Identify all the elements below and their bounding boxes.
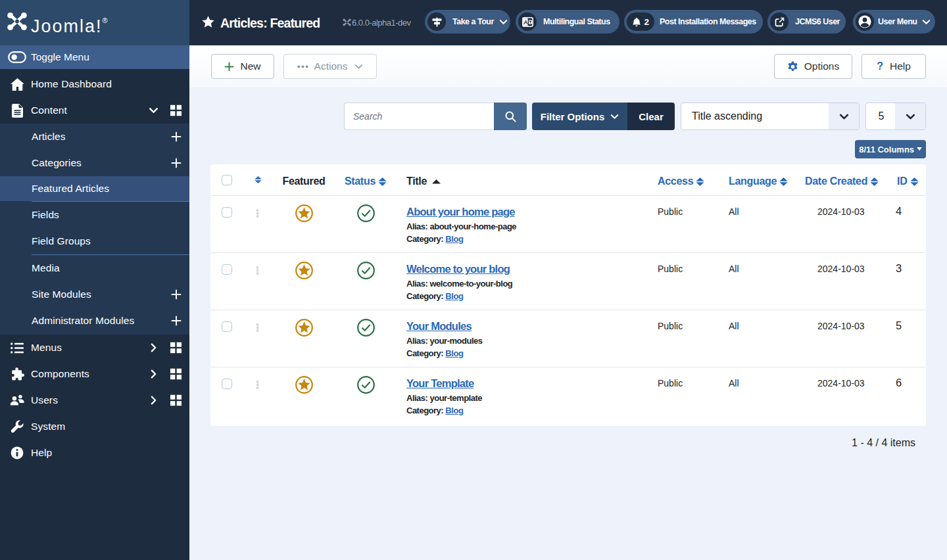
svg-text:A: A <box>523 19 527 26</box>
